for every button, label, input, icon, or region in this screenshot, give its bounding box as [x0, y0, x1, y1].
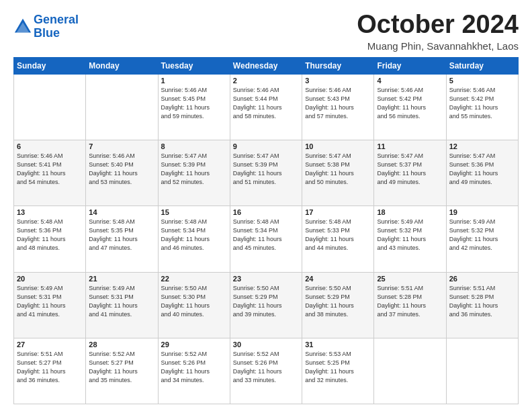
day-info: Sunrise: 5:46 AM Sunset: 5:42 PM Dayligh…	[449, 86, 515, 121]
day-info: Sunrise: 5:49 AM Sunset: 5:32 PM Dayligh…	[377, 218, 443, 253]
calendar-cell: 20Sunrise: 5:49 AM Sunset: 5:31 PM Dayli…	[14, 272, 86, 338]
calendar-cell	[14, 74, 86, 140]
weekday-header: Monday	[86, 57, 158, 74]
day-number: 24	[305, 275, 371, 283]
day-info: Sunrise: 5:46 AM Sunset: 5:41 PM Dayligh…	[17, 152, 83, 187]
weekday-header: Saturday	[446, 57, 518, 74]
day-info: Sunrise: 5:48 AM Sunset: 5:34 PM Dayligh…	[233, 218, 299, 253]
day-number: 26	[449, 275, 515, 283]
calendar-week-row: 20Sunrise: 5:49 AM Sunset: 5:31 PM Dayli…	[14, 272, 519, 338]
calendar-cell: 5Sunrise: 5:46 AM Sunset: 5:42 PM Daylig…	[446, 74, 518, 140]
day-info: Sunrise: 5:49 AM Sunset: 5:31 PM Dayligh…	[17, 284, 83, 319]
day-info: Sunrise: 5:49 AM Sunset: 5:32 PM Dayligh…	[449, 218, 515, 253]
weekday-header: Tuesday	[158, 57, 230, 74]
calendar-cell: 14Sunrise: 5:48 AM Sunset: 5:35 PM Dayli…	[86, 206, 158, 272]
day-info: Sunrise: 5:49 AM Sunset: 5:31 PM Dayligh…	[89, 284, 154, 319]
day-number: 13	[17, 208, 83, 216]
logo-icon	[13, 17, 32, 36]
day-info: Sunrise: 5:47 AM Sunset: 5:36 PM Dayligh…	[449, 152, 515, 187]
day-number: 16	[233, 208, 299, 216]
calendar-cell: 21Sunrise: 5:49 AM Sunset: 5:31 PM Dayli…	[86, 272, 158, 338]
day-number: 31	[305, 340, 371, 349]
day-info: Sunrise: 5:48 AM Sunset: 5:35 PM Dayligh…	[89, 218, 154, 253]
day-info: Sunrise: 5:50 AM Sunset: 5:29 PM Dayligh…	[233, 284, 299, 319]
calendar-cell: 16Sunrise: 5:48 AM Sunset: 5:34 PM Dayli…	[230, 206, 302, 272]
day-number: 18	[377, 208, 443, 216]
calendar-cell: 2Sunrise: 5:46 AM Sunset: 5:44 PM Daylig…	[230, 74, 302, 140]
day-number: 7	[89, 142, 154, 150]
day-info: Sunrise: 5:47 AM Sunset: 5:39 PM Dayligh…	[233, 152, 299, 187]
day-number: 19	[449, 208, 515, 216]
calendar-cell: 11Sunrise: 5:47 AM Sunset: 5:37 PM Dayli…	[374, 140, 446, 206]
day-info: Sunrise: 5:47 AM Sunset: 5:39 PM Dayligh…	[161, 152, 227, 187]
day-info: Sunrise: 5:51 AM Sunset: 5:28 PM Dayligh…	[449, 284, 515, 319]
day-number: 2	[233, 77, 299, 85]
day-info: Sunrise: 5:52 AM Sunset: 5:27 PM Dayligh…	[89, 350, 154, 385]
day-number: 8	[161, 142, 227, 150]
calendar-cell: 4Sunrise: 5:46 AM Sunset: 5:42 PM Daylig…	[374, 74, 446, 140]
calendar-cell: 17Sunrise: 5:48 AM Sunset: 5:33 PM Dayli…	[302, 206, 374, 272]
calendar-cell: 15Sunrise: 5:48 AM Sunset: 5:34 PM Dayli…	[158, 206, 230, 272]
day-number: 10	[305, 142, 371, 150]
calendar-cell: 27Sunrise: 5:51 AM Sunset: 5:27 PM Dayli…	[14, 338, 86, 404]
calendar-table: SundayMondayTuesdayWednesdayThursdayFrid…	[13, 57, 519, 404]
day-number: 15	[161, 208, 227, 216]
calendar-week-row: 1Sunrise: 5:46 AM Sunset: 5:45 PM Daylig…	[14, 74, 519, 140]
calendar-cell: 3Sunrise: 5:46 AM Sunset: 5:43 PM Daylig…	[302, 74, 374, 140]
calendar-week-row: 27Sunrise: 5:51 AM Sunset: 5:27 PM Dayli…	[14, 338, 519, 404]
calendar-cell: 9Sunrise: 5:47 AM Sunset: 5:39 PM Daylig…	[230, 140, 302, 206]
day-number: 22	[161, 275, 227, 283]
calendar-cell: 25Sunrise: 5:51 AM Sunset: 5:28 PM Dayli…	[374, 272, 446, 338]
calendar-cell: 24Sunrise: 5:50 AM Sunset: 5:29 PM Dayli…	[302, 272, 374, 338]
day-info: Sunrise: 5:52 AM Sunset: 5:26 PM Dayligh…	[161, 350, 227, 385]
day-info: Sunrise: 5:50 AM Sunset: 5:29 PM Dayligh…	[305, 284, 371, 319]
calendar-cell: 6Sunrise: 5:46 AM Sunset: 5:41 PM Daylig…	[14, 140, 86, 206]
day-number: 21	[89, 275, 154, 283]
day-number: 25	[377, 275, 443, 283]
calendar-cell: 22Sunrise: 5:50 AM Sunset: 5:30 PM Dayli…	[158, 272, 230, 338]
calendar-cell: 19Sunrise: 5:49 AM Sunset: 5:32 PM Dayli…	[446, 206, 518, 272]
calendar-cell: 30Sunrise: 5:52 AM Sunset: 5:26 PM Dayli…	[230, 338, 302, 404]
day-info: Sunrise: 5:47 AM Sunset: 5:37 PM Dayligh…	[377, 152, 443, 187]
day-info: Sunrise: 5:51 AM Sunset: 5:27 PM Dayligh…	[17, 350, 83, 385]
month-title: October 2024	[357, 11, 519, 39]
weekday-header: Thursday	[302, 57, 374, 74]
calendar-cell: 8Sunrise: 5:47 AM Sunset: 5:39 PM Daylig…	[158, 140, 230, 206]
calendar-cell: 31Sunrise: 5:53 AM Sunset: 5:25 PM Dayli…	[302, 338, 374, 404]
calendar-cell: 1Sunrise: 5:46 AM Sunset: 5:45 PM Daylig…	[158, 74, 230, 140]
calendar-cell: 23Sunrise: 5:50 AM Sunset: 5:29 PM Dayli…	[230, 272, 302, 338]
header: General Blue October 2024 Muang Phin, Sa…	[13, 11, 519, 52]
day-number: 1	[161, 77, 227, 85]
calendar-cell: 26Sunrise: 5:51 AM Sunset: 5:28 PM Dayli…	[446, 272, 518, 338]
calendar-week-row: 13Sunrise: 5:48 AM Sunset: 5:36 PM Dayli…	[14, 206, 519, 272]
day-info: Sunrise: 5:52 AM Sunset: 5:26 PM Dayligh…	[233, 350, 299, 385]
day-number: 29	[161, 340, 227, 349]
day-number: 9	[233, 142, 299, 150]
day-number: 17	[305, 208, 371, 216]
day-number: 5	[449, 77, 515, 85]
day-number: 20	[17, 275, 83, 283]
day-info: Sunrise: 5:47 AM Sunset: 5:38 PM Dayligh…	[305, 152, 371, 187]
day-number: 3	[305, 77, 371, 85]
calendar-week-row: 6Sunrise: 5:46 AM Sunset: 5:41 PM Daylig…	[14, 140, 519, 206]
calendar-cell: 7Sunrise: 5:46 AM Sunset: 5:40 PM Daylig…	[86, 140, 158, 206]
day-info: Sunrise: 5:48 AM Sunset: 5:36 PM Dayligh…	[17, 218, 83, 253]
day-number: 14	[89, 208, 154, 216]
calendar-cell	[374, 338, 446, 404]
day-number: 28	[89, 340, 154, 349]
title-block: October 2024 Muang Phin, Savannahkhet, L…	[357, 11, 519, 52]
calendar-header-row: SundayMondayTuesdayWednesdayThursdayFrid…	[14, 57, 519, 74]
day-info: Sunrise: 5:53 AM Sunset: 5:25 PM Dayligh…	[305, 350, 371, 385]
calendar-cell: 28Sunrise: 5:52 AM Sunset: 5:27 PM Dayli…	[86, 338, 158, 404]
weekday-header: Wednesday	[230, 57, 302, 74]
day-number: 23	[233, 275, 299, 283]
day-info: Sunrise: 5:51 AM Sunset: 5:28 PM Dayligh…	[377, 284, 443, 319]
location: Muang Phin, Savannahkhet, Laos	[357, 40, 519, 52]
calendar-cell: 10Sunrise: 5:47 AM Sunset: 5:38 PM Dayli…	[302, 140, 374, 206]
day-number: 30	[233, 340, 299, 349]
logo: General Blue	[13, 13, 79, 40]
day-info: Sunrise: 5:48 AM Sunset: 5:33 PM Dayligh…	[305, 218, 371, 253]
calendar-cell: 12Sunrise: 5:47 AM Sunset: 5:36 PM Dayli…	[446, 140, 518, 206]
day-number: 27	[17, 340, 83, 349]
weekday-header: Friday	[374, 57, 446, 74]
